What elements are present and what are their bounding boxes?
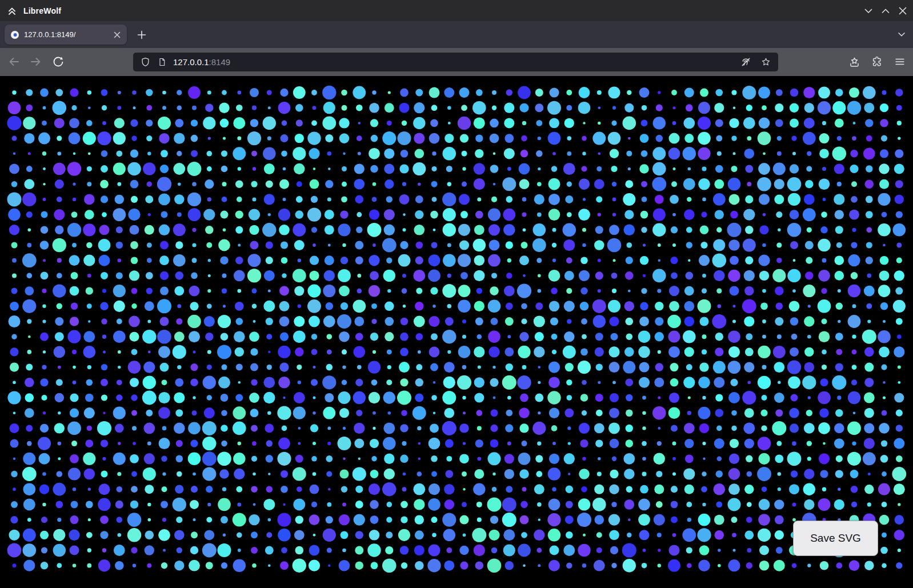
chevron-down-icon: [862, 4, 875, 18]
titlebar: LibreWolf: [0, 0, 913, 21]
url-text: 127.0.0.1:8149: [173, 57, 230, 67]
window-title: LibreWolf: [23, 6, 61, 15]
bookmark-star-icon[interactable]: [760, 57, 771, 67]
dot-field-artwork: [0, 76, 913, 588]
page-info-icon[interactable]: [157, 57, 167, 67]
tab-label: 127.0.0.1:8149/: [24, 30, 106, 39]
url-port: :8149: [209, 57, 231, 67]
window-minimize-button[interactable]: [860, 3, 876, 19]
save-svg-button[interactable]: Save SVG: [793, 521, 878, 556]
window-maximize-button[interactable]: [878, 3, 894, 19]
hamburger-icon: [894, 55, 906, 68]
plus-icon: [137, 30, 146, 39]
fingerprint-protection-icon[interactable]: [740, 56, 752, 68]
tab-favicon-icon: [10, 30, 19, 39]
shield-icon[interactable]: [140, 57, 151, 67]
tab-close-button[interactable]: [111, 29, 123, 41]
browser-window: LibreWolf 127.0.0.1:8149/: [0, 0, 913, 588]
puzzle-piece-icon: [871, 55, 883, 68]
page-content: Save SVG: [0, 76, 913, 588]
double-chevron-up-icon[interactable]: [6, 5, 18, 17]
reload-button[interactable]: [49, 52, 68, 71]
new-tab-button[interactable]: [133, 26, 150, 43]
url-host: 127.0.0.1: [173, 57, 209, 67]
url-bar[interactable]: 127.0.0.1:8149: [133, 53, 778, 71]
chevron-down-icon: [895, 28, 908, 41]
extensions-button[interactable]: [867, 52, 887, 71]
chevron-up-icon: [879, 4, 892, 18]
list-all-tabs-button[interactable]: [893, 26, 910, 43]
star-tray-icon: [848, 55, 861, 69]
back-button[interactable]: [4, 52, 23, 71]
reload-icon: [51, 55, 65, 69]
arrow-left-icon: [7, 55, 21, 69]
save-to-bookmarks-button[interactable]: [844, 52, 864, 71]
window-close-button[interactable]: [895, 3, 911, 19]
menu-button[interactable]: [890, 52, 910, 71]
tab-active[interactable]: 127.0.0.1:8149/: [5, 25, 127, 45]
close-x-icon: [114, 31, 121, 38]
forward-button[interactable]: [26, 52, 46, 71]
close-x-icon: [896, 4, 910, 18]
tab-bar: 127.0.0.1:8149/: [0, 21, 913, 48]
arrow-right-icon: [29, 55, 43, 69]
navigation-toolbar: 127.0.0.1:8149: [0, 48, 913, 76]
